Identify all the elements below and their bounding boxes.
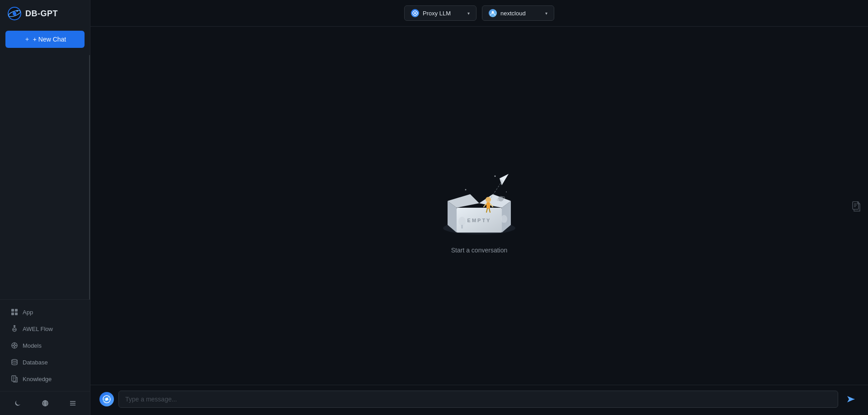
empty-state-text: Start a conversation — [451, 247, 508, 254]
send-icon — [846, 395, 855, 404]
app-name: DB-GPT — [25, 9, 58, 19]
sidebar-item-models[interactable]: Models — [4, 337, 86, 354]
chat-input[interactable] — [118, 391, 838, 408]
sidebar-item-app-label: App — [23, 309, 33, 316]
chat-area: EMPTY — [90, 27, 868, 385]
user-avatar-icon — [489, 9, 497, 17]
chat-history — [0, 55, 90, 299]
svg-rect-6 — [11, 312, 14, 315]
user-dropdown-button[interactable]: nextcloud ▾ — [482, 5, 554, 21]
svg-rect-4 — [11, 309, 14, 312]
svg-rect-39 — [503, 223, 505, 226]
svg-point-34 — [506, 191, 507, 192]
sidebar-item-knowledge[interactable]: Knowledge — [4, 371, 86, 387]
model-dropdown-chevron: ▾ — [467, 11, 470, 16]
sidebar-item-models-label: Models — [23, 342, 42, 349]
model-dropdown-button[interactable]: Proxy LLM ▾ — [404, 5, 476, 21]
language-button[interactable] — [39, 397, 52, 410]
svg-point-11 — [12, 359, 17, 361]
sidebar-item-knowledge-label: Knowledge — [23, 376, 52, 382]
sidebar-footer — [0, 391, 90, 415]
svg-rect-37 — [461, 225, 463, 228]
list-icon — [69, 400, 76, 407]
svg-point-24 — [486, 197, 491, 202]
svg-point-18 — [414, 12, 416, 14]
model-dropdown-label: Proxy LLM — [423, 10, 451, 17]
svg-point-10 — [14, 345, 15, 346]
sidebar-item-awel-flow-label: AWEL Flow — [23, 326, 53, 332]
llm-icon — [411, 9, 419, 17]
svg-text:EMPTY: EMPTY — [467, 218, 491, 223]
grid-icon — [11, 308, 18, 316]
input-area — [90, 385, 868, 415]
settings-button[interactable] — [66, 397, 79, 410]
svg-point-3 — [16, 10, 18, 12]
svg-point-38 — [501, 215, 507, 223]
document-icon-button[interactable] — [852, 201, 861, 214]
globe-icon — [42, 400, 49, 407]
empty-state: EMPTY — [429, 158, 529, 254]
logo-area: DB-GPT — [0, 0, 90, 27]
sidebar-item-awel-flow[interactable]: AWEL Flow — [4, 321, 86, 337]
moon-icon — [14, 400, 21, 407]
svg-rect-7 — [15, 312, 18, 315]
svg-rect-5 — [15, 309, 18, 312]
svg-point-33 — [465, 189, 467, 190]
empty-illustration: EMPTY — [429, 158, 529, 239]
new-chat-button[interactable]: ＋ + New Chat — [5, 31, 85, 48]
user-dropdown-label: nextcloud — [500, 10, 526, 17]
sidebar-item-database[interactable]: Database — [4, 354, 86, 370]
sidebar: DB-GPT ＋ + New Chat App AWEL Flow — [0, 0, 90, 415]
database-icon — [11, 359, 18, 366]
user-dropdown-chevron: ▾ — [545, 11, 547, 16]
sidebar-item-app[interactable]: App — [4, 304, 86, 320]
svg-point-35 — [495, 175, 496, 177]
svg-point-2 — [13, 12, 16, 15]
svg-point-8 — [14, 326, 15, 327]
svg-rect-25 — [486, 202, 490, 209]
knowledge-icon — [11, 375, 18, 382]
svg-point-36 — [458, 217, 466, 226]
flow-icon — [11, 325, 18, 332]
logo-icon — [7, 6, 22, 21]
svg-point-19 — [492, 11, 494, 14]
main-area: Proxy LLM ▾ nextcloud ▾ — [90, 0, 868, 415]
document-icon — [852, 201, 861, 212]
new-chat-label: + New Chat — [33, 36, 66, 43]
theme-toggle-button[interactable] — [11, 397, 24, 410]
topbar: Proxy LLM ▾ nextcloud ▾ — [90, 0, 868, 27]
sidebar-item-database-label: Database — [23, 359, 48, 366]
nav-bottom: App AWEL Flow Models Database — [0, 299, 90, 391]
send-button[interactable] — [843, 391, 859, 407]
new-chat-icon: ＋ — [24, 35, 30, 43]
models-icon — [11, 342, 18, 349]
input-bot-icon — [99, 392, 114, 406]
